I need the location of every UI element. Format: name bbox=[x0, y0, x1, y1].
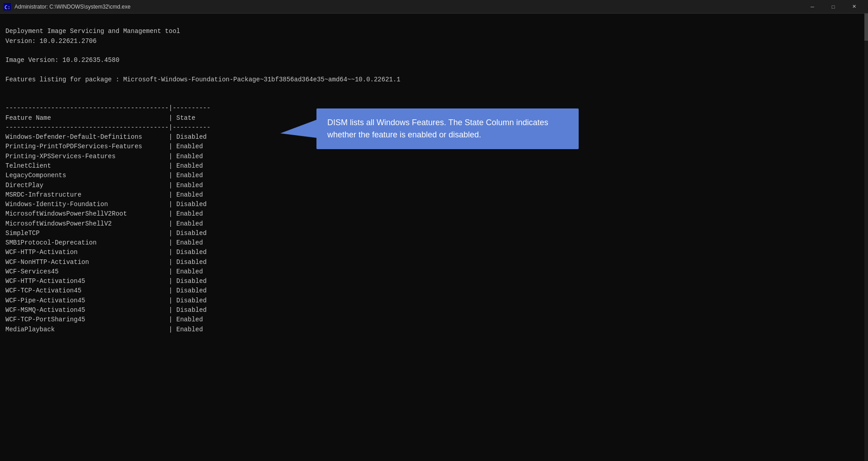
console-line: WCF-TCP-PortSharing45 | Enabled bbox=[5, 315, 863, 325]
console-line: MicrosoftWindowsPowerShellV2Root | Enabl… bbox=[5, 209, 863, 219]
callout-text: DISM lists all Windows Features. The Sta… bbox=[316, 108, 579, 149]
console-line: WCF-HTTP-Activation45 | Disabled bbox=[5, 277, 863, 286]
console-line: DirectPlay | Enabled bbox=[5, 181, 863, 190]
svg-text:C:: C: bbox=[5, 5, 10, 10]
maximize-button[interactable]: □ bbox=[823, 0, 844, 14]
console-output: Deployment Image Servicing and Managemen… bbox=[0, 14, 868, 338]
console-line: WCF-MSMQ-Activation45 | Disabled bbox=[5, 306, 863, 315]
callout-arrow bbox=[280, 120, 316, 138]
console-line bbox=[5, 94, 863, 103]
console-line: SMB1Protocol-Deprecation | Enabled bbox=[5, 238, 863, 248]
console-line bbox=[5, 65, 863, 75]
callout-annotation: DISM lists all Windows Features. The Sta… bbox=[280, 108, 579, 149]
console-line: Image Version: 10.0.22635.4580 bbox=[5, 56, 863, 65]
console-line: SimpleTCP | Disabled bbox=[5, 229, 863, 238]
title-bar: C: Administrator: C:\WINDOWS\system32\cm… bbox=[0, 0, 868, 14]
console-line: TelnetClient | Enabled bbox=[5, 161, 863, 171]
title-bar-left: C: Administrator: C:\WINDOWS\system32\cm… bbox=[4, 3, 131, 10]
console-line: MSRDC-Infrastructure | Enabled bbox=[5, 190, 863, 200]
console-line: WCF-Pipe-Activation45 | Disabled bbox=[5, 296, 863, 306]
console-line: WCF-Services45 | Enabled bbox=[5, 267, 863, 277]
console-line: MicrosoftWindowsPowerShellV2 | Enabled bbox=[5, 219, 863, 229]
console-line bbox=[5, 85, 863, 94]
console-line bbox=[5, 17, 863, 27]
console-line: MediaPlayback | Enabled bbox=[5, 325, 863, 334]
scrollbar-thumb[interactable] bbox=[864, 14, 868, 41]
window-title: Administrator: C:\WINDOWS\system32\cmd.e… bbox=[14, 4, 131, 10]
console-line: LegacyComponents | Enabled bbox=[5, 171, 863, 180]
cmd-icon: C: bbox=[4, 3, 11, 10]
window-controls: ─ □ ✕ bbox=[802, 0, 864, 14]
console-line: Deployment Image Servicing and Managemen… bbox=[5, 27, 863, 36]
console-line: WCF-TCP-Activation45 | Disabled bbox=[5, 286, 863, 296]
console-line: Features listing for package : Microsoft… bbox=[5, 75, 863, 85]
console-line: Printing-XPSServices-Features | Enabled bbox=[5, 152, 863, 161]
console-line bbox=[5, 46, 863, 56]
minimize-button[interactable]: ─ bbox=[802, 0, 823, 14]
close-button[interactable]: ✕ bbox=[844, 0, 864, 14]
console-line: Windows-Identity-Foundation | Disabled bbox=[5, 200, 863, 209]
console-line: Version: 10.0.22621.2706 bbox=[5, 37, 863, 46]
console-line: WCF-HTTP-Activation | Disabled bbox=[5, 248, 863, 257]
scrollbar[interactable] bbox=[864, 14, 868, 461]
console-line: WCF-NonHTTP-Activation | Disabled bbox=[5, 258, 863, 267]
